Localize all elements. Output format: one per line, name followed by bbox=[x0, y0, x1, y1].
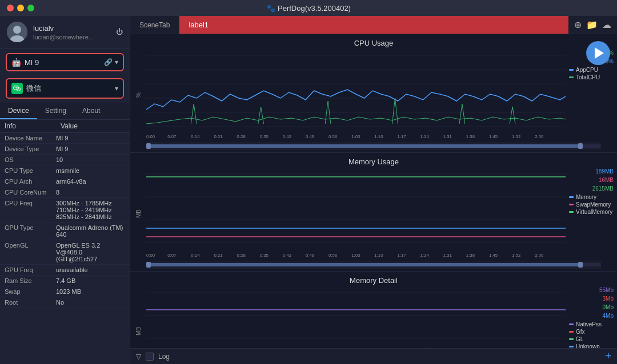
info-rows-container: Device NameMI 9Device TypeMI 9OS10CPU Ty… bbox=[0, 133, 130, 308]
cpu-chart-container: CPU Usage % 12.5 bbox=[130, 34, 617, 153]
log-checkbox[interactable] bbox=[146, 353, 154, 361]
close-button[interactable] bbox=[7, 5, 14, 11]
cpu-chart-legend: 0% 3% AppCPU TotalCPU bbox=[566, 50, 617, 141]
bottom-chevron-icon[interactable]: ▽ bbox=[136, 353, 141, 361]
info-row: Device NameMI 9 bbox=[0, 133, 130, 144]
minimize-button[interactable] bbox=[17, 5, 24, 11]
svg-text:0:00: 0:00 bbox=[146, 253, 155, 258]
play-button[interactable] bbox=[586, 41, 610, 65]
cpu-chart-svg: 12.5 10.0 7.5 5.0 2.5 0.0 bbox=[146, 50, 566, 141]
legend-unknown: Unknown bbox=[569, 343, 614, 348]
svg-text:1:38: 1:38 bbox=[466, 253, 475, 258]
info-key: Swap bbox=[5, 288, 56, 295]
traffic-lights bbox=[7, 5, 34, 11]
info-value: OpenGL ES 3.2 V@408.0 (GIT@2f1c527 bbox=[56, 242, 125, 262]
device-selector[interactable]: 🤖 MI 9 🔗 ▾ bbox=[6, 53, 124, 71]
cpu-scrollbar-handle-left[interactable] bbox=[146, 143, 151, 149]
user-email: lucian@somewhere... bbox=[33, 34, 109, 41]
info-table-header: Info Value bbox=[0, 120, 130, 133]
memory-chart-inner: MB bbox=[130, 168, 617, 260]
svg-text:0:35: 0:35 bbox=[260, 253, 269, 258]
tab-device[interactable]: Device bbox=[0, 103, 37, 119]
memdetail-chart-title: Memory Detail bbox=[130, 276, 617, 285]
link-icon[interactable]: 🔗 bbox=[104, 58, 113, 66]
power-icon[interactable]: ⏻ bbox=[116, 28, 123, 36]
memory-scrollbar-handle-right[interactable] bbox=[578, 262, 583, 268]
memory-y-label: MB bbox=[130, 168, 146, 260]
svg-point-7 bbox=[18, 89, 18, 90]
cloud-icon[interactable]: ☁ bbox=[602, 19, 611, 30]
user-area: lucialv lucian@somewhere... ⏻ bbox=[0, 16, 130, 48]
tab-about[interactable]: About bbox=[74, 103, 108, 119]
android-icon: 🤖 bbox=[11, 58, 21, 67]
svg-text:1:38: 1:38 bbox=[466, 134, 475, 139]
add-chart-icon[interactable]: + bbox=[605, 350, 611, 362]
gl-value: 0Mb bbox=[569, 304, 614, 310]
svg-text:0:42: 0:42 bbox=[283, 134, 291, 139]
charts-area: CPU Usage % 12.5 bbox=[130, 34, 617, 348]
value-col-header: Value bbox=[61, 122, 78, 130]
svg-text:0:56: 0:56 bbox=[328, 253, 338, 258]
info-value: msmnile bbox=[56, 167, 125, 174]
memory-scrollbar-handle-left[interactable] bbox=[146, 262, 151, 268]
device-chevron-icon[interactable]: ▾ bbox=[115, 58, 118, 66]
perfdog-icon: 🐾 bbox=[266, 4, 275, 13]
label1[interactable]: label1 bbox=[179, 16, 568, 34]
scene-tab-label[interactable]: SceneTab bbox=[130, 16, 179, 34]
svg-text:1:31: 1:31 bbox=[443, 134, 452, 139]
memory-chart-container: Memory Usage MB bbox=[130, 153, 617, 272]
svg-text:1:52: 1:52 bbox=[512, 134, 520, 139]
titlebar: 🐾 PerfDog(v3.5.200402) bbox=[0, 0, 617, 16]
info-value: arm64-v8a bbox=[56, 178, 125, 185]
svg-text:1:10: 1:10 bbox=[374, 253, 383, 258]
svg-point-8 bbox=[19, 89, 19, 90]
info-row: CPU Archarm64-v8a bbox=[0, 176, 130, 187]
cpu-svg-area: 12.5 10.0 7.5 5.0 2.5 0.0 bbox=[146, 50, 566, 141]
memdetail-chart-svg: 75 50 25 0 0:00 0:07 0:14 0:21 0:28 0:35… bbox=[146, 287, 566, 348]
app-selector[interactable]: 微信 ▾ bbox=[6, 78, 124, 99]
svg-text:1:45: 1:45 bbox=[489, 134, 498, 139]
scene-tab-icons: ⊕ 📁 ☁ bbox=[568, 19, 617, 30]
svg-text:1:10: 1:10 bbox=[374, 134, 383, 139]
info-key: GPU Type bbox=[5, 224, 56, 238]
tab-setting[interactable]: Setting bbox=[37, 103, 74, 119]
location-icon[interactable]: ⊕ bbox=[574, 19, 582, 30]
info-key: GPU Freq bbox=[5, 266, 56, 273]
svg-point-1 bbox=[13, 26, 21, 34]
svg-text:1:24: 1:24 bbox=[420, 253, 430, 258]
info-value: MI 9 bbox=[56, 135, 125, 141]
memory-scrollbar-track bbox=[146, 263, 601, 266]
virtual-value: 2615MB bbox=[569, 185, 614, 192]
info-row: CPU CoreNum8 bbox=[0, 187, 130, 198]
folder-icon[interactable]: 📁 bbox=[586, 19, 598, 30]
avatar bbox=[7, 22, 27, 42]
memory-chart-title: Memory Usage bbox=[130, 157, 617, 166]
info-row: OS10 bbox=[0, 155, 130, 165]
svg-text:1:45: 1:45 bbox=[489, 253, 498, 258]
svg-text:1:31: 1:31 bbox=[443, 253, 452, 258]
cpu-scrollbar-handle-right[interactable] bbox=[578, 143, 583, 149]
nativepss-value: 55Mb bbox=[569, 287, 614, 293]
legend-swapmemory: SwapMemory bbox=[569, 201, 614, 208]
svg-text:1:17: 1:17 bbox=[397, 253, 406, 258]
memory-scrollbar[interactable] bbox=[146, 261, 601, 269]
sidebar: lucialv lucian@somewhere... ⏻ 🤖 MI 9 🔗 ▾ bbox=[0, 16, 130, 364]
cpu-chart-title: CPU Usage bbox=[130, 39, 617, 47]
legend-gl: GL bbox=[569, 336, 614, 342]
totalcpu-dot bbox=[569, 76, 574, 78]
svg-text:1:03: 1:03 bbox=[351, 253, 360, 258]
info-key: Device Name bbox=[5, 135, 56, 141]
gfx-value: 3Mb bbox=[569, 296, 614, 302]
info-row: GPU TypeQualcomm Adreno (TM) 640 bbox=[0, 223, 130, 240]
memdetail-svg-area: 75 50 25 0 0:00 0:07 0:14 0:21 0:28 0:35… bbox=[146, 287, 566, 348]
memory-chart-svg: 750 500 250 0 0:00 0:07 0:14 0:21 0:28 0… bbox=[146, 168, 566, 260]
svg-text:0:42: 0:42 bbox=[283, 253, 291, 258]
info-row: Ram Size7.4 GB bbox=[0, 276, 130, 286]
swapmemory-dot bbox=[569, 204, 574, 205]
info-row: GPU Frequnavailable bbox=[0, 265, 130, 276]
cpu-scrollbar[interactable] bbox=[146, 142, 601, 150]
fullscreen-button[interactable] bbox=[27, 5, 34, 11]
svg-text:0:07: 0:07 bbox=[167, 253, 176, 258]
window-title: 🐾 PerfDog(v3.5.200402) bbox=[266, 4, 351, 13]
app-chevron-icon[interactable]: ▾ bbox=[115, 84, 118, 92]
